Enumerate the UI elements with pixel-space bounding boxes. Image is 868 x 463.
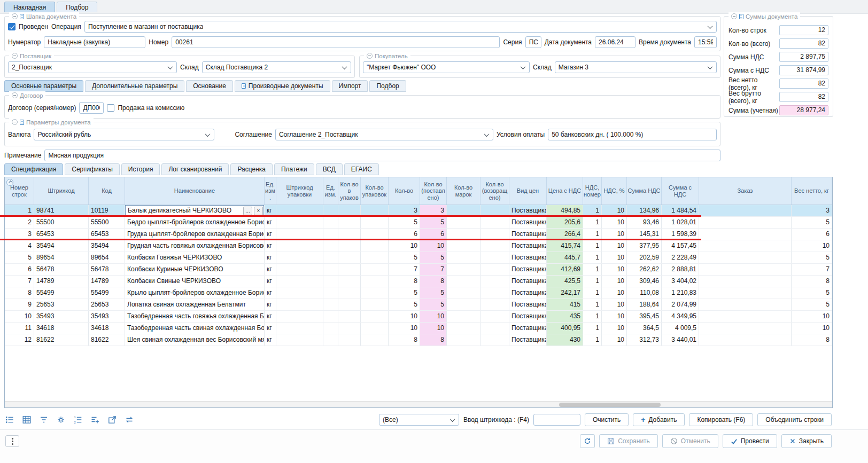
column-header[interactable]: Наименование: [125, 177, 265, 205]
filter-icon[interactable]: [38, 415, 49, 425]
save-button[interactable]: Сохранить: [599, 434, 658, 448]
spec-tab[interactable]: Расценка: [230, 163, 273, 175]
column-header[interactable]: НДС, номер: [583, 177, 602, 205]
document-number-input[interactable]: 00261: [172, 36, 500, 48]
close-button[interactable]: Закрыть: [781, 434, 832, 448]
more-options-button[interactable]: [5, 435, 19, 447]
param-tab[interactable]: Импорт: [332, 80, 368, 92]
collapse-icon[interactable]: [367, 53, 373, 59]
posted-checkbox[interactable]: [8, 23, 15, 30]
agreement-combobox[interactable]: Соглашение 2_Поставщик: [275, 129, 493, 140]
spec-tab[interactable]: ЕГАИС: [344, 163, 379, 175]
table-row[interactable]: 8 55499 55499 Крыло цыплят-бройлеров охл…: [5, 287, 832, 299]
table-row[interactable]: 11 34618 34618 Тазобедренная часть свина…: [5, 323, 832, 334]
collapse-icon[interactable]: [12, 92, 18, 98]
column-header[interactable]: Вид цен: [509, 177, 547, 205]
param-tab[interactable]: Основные параметры: [4, 80, 83, 92]
clear-value-button[interactable]: ×: [254, 207, 263, 215]
currency-combobox[interactable]: Российский рубль: [34, 129, 214, 140]
column-header[interactable]: Ед. изм.: [323, 177, 338, 205]
table-row[interactable]: 4 35494 35494 Грудная часть говяжья охла…: [5, 240, 832, 252]
spec-tab[interactable]: История: [121, 163, 160, 175]
table-row[interactable]: 7 14789 14789 Колбаски Свиные ЧЕРКИЗОВО …: [5, 276, 832, 287]
clear-button[interactable]: Очистить: [585, 413, 629, 426]
column-header[interactable]: Код: [89, 177, 125, 205]
column-header[interactable]: НДС, %: [602, 177, 627, 205]
reorder-rows-icon[interactable]: [124, 415, 134, 425]
spec-tab-label: История: [128, 166, 153, 173]
collapse-icon[interactable]: [12, 53, 18, 59]
spec-tab[interactable]: Лог сканирований: [161, 163, 229, 175]
column-header[interactable]: Цена с НДС: [547, 177, 583, 205]
rows-filter-combobox[interactable]: (Все): [379, 414, 459, 426]
contract-number-input[interactable]: ДП00002: [79, 102, 104, 114]
column-header[interactable]: Штрихкод упаковки: [276, 177, 323, 205]
spec-tab[interactable]: Платежи: [274, 163, 314, 175]
window-tab[interactable]: Подбор: [57, 2, 97, 12]
cancel-button[interactable]: Отменить: [662, 434, 718, 448]
column-header[interactable]: Сумма с НДС: [662, 177, 699, 205]
barcode-input[interactable]: [533, 414, 580, 426]
supplier-warehouse-combobox[interactable]: Склад Поставщика 2: [202, 61, 351, 73]
refresh-button[interactable]: [580, 434, 595, 448]
post-document-button[interactable]: Провести: [723, 434, 777, 448]
buyer-group-label: Покупатель: [364, 52, 410, 60]
spec-tab[interactable]: ВСД: [316, 163, 343, 175]
table-row[interactable]: 10 35493 35493 Тазобедренная часть говяж…: [5, 311, 832, 323]
column-header[interactable]: Кол-во упаковок: [361, 177, 389, 205]
scrollbar-thumb[interactable]: [559, 403, 661, 407]
column-header[interactable]: Сумма НДС: [627, 177, 662, 205]
column-header[interactable]: Кол-во (поставлено): [420, 177, 447, 205]
operation-combobox[interactable]: Поступление в магазин от поставщика: [84, 21, 717, 33]
table-row[interactable]: 9 25653 25653 Лопатка свиная охлажденная…: [5, 299, 832, 311]
horizontal-scrollbar[interactable]: [5, 401, 832, 407]
column-header[interactable]: Ед. изм.: [265, 177, 276, 205]
column-header[interactable]: Кол-во в упаков: [338, 177, 361, 205]
param-tab[interactable]: Подбор: [369, 80, 406, 92]
param-tab[interactable]: Дополнительные параметры: [85, 80, 184, 92]
grid-view-icon[interactable]: [21, 415, 32, 425]
collapse-icon[interactable]: [12, 13, 18, 19]
numerator-input[interactable]: Накладные (закупка): [44, 36, 145, 48]
merge-rows-button[interactable]: Объединить строки: [757, 413, 832, 426]
copy-button[interactable]: Копировать (F6): [689, 413, 753, 426]
display-settings-icon[interactable]: [4, 415, 14, 425]
column-header[interactable]: Вес нетто, кг: [792, 177, 832, 205]
supplier-combobox[interactable]: 2_Поставщик: [8, 61, 177, 73]
column-header[interactable]: Кол-во марок: [447, 177, 480, 205]
table-row[interactable]: 5 89654 89654 Колбаски Говяжьи ЧЕРКИЗОВО…: [5, 252, 832, 264]
gear-icon[interactable]: [56, 415, 66, 425]
column-header[interactable]: Штрихкод: [34, 177, 89, 205]
open-in-window-icon[interactable]: [107, 415, 117, 425]
window-tab[interactable]: Накладная: [4, 2, 55, 12]
numbered-list-icon[interactable]: 12: [73, 415, 83, 425]
sort-asc-icon[interactable]: [6, 179, 13, 186]
buyer-combobox[interactable]: "Маркет Фьюжен" ООО: [363, 61, 530, 73]
add-rows-icon[interactable]: [90, 415, 100, 425]
lookup-ellipsis-button[interactable]: ...: [243, 207, 252, 215]
column-header[interactable]: Заказ: [699, 177, 792, 205]
series-input[interactable]: ПС: [525, 36, 541, 48]
buyer-warehouse-combobox[interactable]: Магазин 3: [555, 61, 717, 73]
table-row[interactable]: 12 81622 81622 Шея свиная охлажденная ве…: [5, 334, 832, 346]
cell-qty-delivered: 7: [420, 264, 447, 275]
cell-pack-count: [361, 299, 389, 310]
commission-checkbox[interactable]: [107, 104, 114, 112]
add-button[interactable]: + Добавить: [633, 413, 685, 426]
cell-vat-sum: 202,59: [627, 252, 662, 263]
table-row[interactable]: 2 55500 55500 Бедро цыплят-бройлеров охл…: [5, 217, 832, 229]
param-tab[interactable]: Основание: [186, 80, 233, 92]
collapse-icon[interactable]: [731, 13, 737, 19]
column-header[interactable]: Кол-во (возвращено): [480, 177, 509, 205]
spec-tab[interactable]: Спецификация: [4, 163, 63, 175]
note-input[interactable]: Мясная продукция: [44, 150, 720, 161]
spec-tab[interactable]: Сертификаты: [65, 163, 120, 175]
document-date-input[interactable]: 26.06.24: [595, 36, 636, 48]
table-row[interactable]: 6 56478 56478 Колбаски Куриные ЧЕРКИЗОВО…: [5, 264, 832, 276]
payment-terms-input[interactable]: 50 банковских дн. ( 100.000 %): [548, 129, 717, 140]
collapse-icon[interactable]: [12, 119, 18, 125]
param-tab[interactable]: Производные документы: [235, 80, 330, 92]
name-edit-box[interactable]: Балык деликатесный ЧЕРКИЗОВО ... ×: [125, 205, 264, 216]
column-header[interactable]: Кол-во: [389, 177, 420, 205]
document-time-input[interactable]: 15:59: [694, 36, 717, 48]
